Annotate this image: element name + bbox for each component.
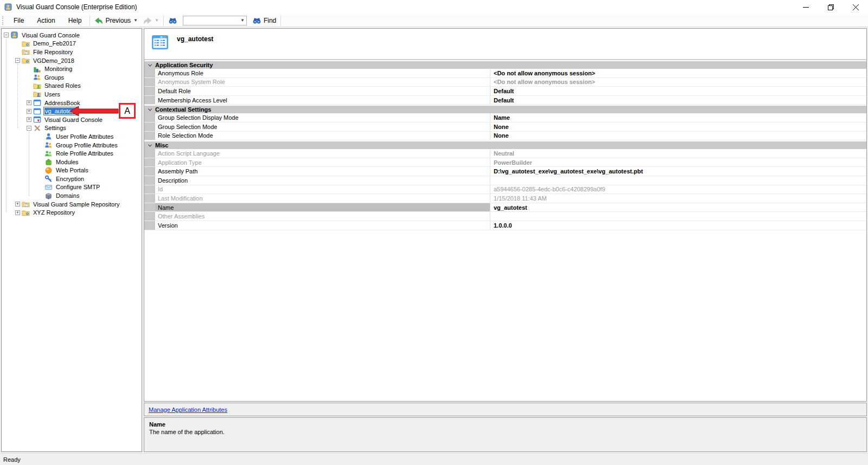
previous-dropdown-caret[interactable]: ▼	[133, 18, 138, 23]
property-value[interactable]: <Do not allow anonymous session>	[490, 78, 866, 87]
tree-item-web-portals[interactable]: Web Portals	[2, 166, 142, 175]
menu-help[interactable]: Help	[62, 15, 88, 26]
property-row-group-selection-display-mode[interactable]: Group Selection Display ModeName	[144, 113, 866, 122]
property-value[interactable]: <Do not allow anonymous session>	[490, 69, 866, 78]
tree-expander-minus-icon[interactable]: −	[15, 58, 20, 63]
property-value[interactable]: a5944656-0285-4edc-b0c6-c4208299a0f9	[490, 185, 866, 194]
property-description-text: The name of the application.	[149, 429, 861, 435]
search-combobox[interactable]: ▼	[183, 16, 247, 25]
role-profile-icon	[44, 150, 53, 158]
application-detail-box: vg_autotest Application SecurityAnonymou…	[144, 28, 867, 402]
property-value[interactable]	[490, 212, 866, 221]
toolbar-grip[interactable]	[2, 16, 4, 25]
detail-header: vg_autotest	[144, 29, 866, 60]
navigation-tree[interactable]: −Visual Guard ConsoleDemo_Feb2017File Re…	[1, 28, 142, 452]
property-value[interactable]: None	[490, 132, 866, 140]
close-button[interactable]	[843, 0, 868, 14]
tree-item-shared-roles[interactable]: Shared Roles	[2, 82, 142, 91]
tree-expander-plus-icon[interactable]: +	[27, 100, 31, 105]
section-title: Contextual Settings	[155, 106, 211, 113]
collapse-chevron-icon[interactable]	[144, 64, 155, 67]
property-label: Assembly Path	[155, 167, 490, 176]
row-gutter	[144, 203, 155, 212]
tree-item-group-profile-attributes[interactable]: Group Profile Attributes	[2, 141, 142, 150]
property-row-group-selection-mode[interactable]: Group Selection ModeNone	[144, 122, 866, 132]
manage-application-attributes-link[interactable]: Manage Application Attributes	[149, 406, 227, 413]
tree-item-vg-autotest-editing[interactable]: +vg_autotestA	[2, 107, 142, 115]
property-value[interactable]: Name	[490, 113, 866, 122]
tree-item-visual-guard-sample-repository[interactable]: +Visual Guard Sample Repository	[2, 200, 142, 209]
tree-item-role-profile-attributes[interactable]: Role Profile Attributes	[2, 149, 142, 158]
tree-item-xyz-repository[interactable]: +XYZ Repository	[2, 208, 142, 217]
section-header-application-security[interactable]: Application Security	[144, 60, 866, 69]
collapse-chevron-icon[interactable]	[144, 144, 155, 147]
tree-item-domains[interactable]: Domains	[2, 191, 142, 200]
tree-expander-minus-icon[interactable]: −	[27, 126, 31, 131]
search-icon-button[interactable]	[165, 15, 180, 26]
tree-expander-plus-icon[interactable]: +	[27, 117, 31, 122]
property-row-application-type[interactable]: Application TypePowerBuilder	[144, 158, 866, 167]
tree-item-user-profile-attributes[interactable]: User Profile Attributes	[2, 132, 142, 141]
property-row-anonymous-role[interactable]: Anonymous Role<Do not allow anonymous se…	[144, 69, 866, 78]
window-controls	[793, 0, 868, 14]
previous-button[interactable]: Previous ▼	[92, 15, 141, 26]
tree-item-file-repository[interactable]: File Repository	[2, 48, 142, 56]
close-icon	[853, 4, 859, 10]
tree-item-demo-feb2017[interactable]: Demo_Feb2017	[2, 40, 142, 48]
tree-item-vgdemo-2018[interactable]: −VGDemo_2018	[2, 56, 142, 65]
menubar-toolbar: File Action Help Previous ▼ ▼ ▼ Find	[0, 14, 868, 27]
tree-expander-minus-icon[interactable]: −	[4, 33, 9, 37]
property-row-description[interactable]: Description	[144, 176, 866, 185]
row-gutter	[144, 78, 155, 87]
property-value[interactable]: 1/15/2018 11:43 AM	[490, 194, 866, 203]
property-value[interactable]	[490, 176, 866, 185]
tree-item-configure-smtp[interactable]: Configure SMTP	[2, 183, 142, 192]
property-value[interactable]: Default	[490, 96, 866, 105]
section-header-contextual-settings[interactable]: Contextual Settings	[144, 105, 866, 113]
menu-file[interactable]: File	[7, 15, 30, 26]
property-value[interactable]: Default	[490, 87, 866, 95]
property-row-last-modification[interactable]: Last Modification1/15/2018 11:43 AM	[144, 194, 866, 203]
property-value[interactable]: Neutral	[490, 149, 866, 158]
restore-button[interactable]	[818, 0, 843, 14]
toolbar-separator	[163, 16, 164, 25]
property-label: Group Selection Mode	[155, 122, 490, 131]
tree-item-encryption[interactable]: Encryption	[2, 175, 142, 183]
property-value[interactable]: PowerBuilder	[490, 158, 866, 167]
tree-item-visual-guard-console[interactable]: −Visual Guard Console	[2, 31, 142, 40]
property-value[interactable]: None	[490, 122, 866, 131]
menu-action[interactable]: Action	[30, 15, 61, 26]
forward-dropdown-caret[interactable]: ▼	[155, 18, 159, 23]
tree-item-users[interactable]: Users	[2, 90, 142, 99]
tree-item-monitoring[interactable]: Monitoring	[2, 64, 142, 73]
property-row-default-role[interactable]: Default RoleDefault	[144, 87, 866, 96]
tree-expander-plus-icon[interactable]: +	[15, 202, 20, 206]
property-row-anonymous-system-role[interactable]: Anonymous System Role<Do not allow anony…	[144, 78, 866, 87]
property-row-other-assemblies[interactable]: Other Assemblies	[144, 212, 866, 221]
property-row-role-selection-mode[interactable]: Role Selection ModeNone	[144, 132, 866, 141]
search-combobox-caret[interactable]: ▼	[240, 18, 245, 23]
property-row-assembly-path[interactable]: Assembly PathD:\vg_autotest_exe\vg_autot…	[144, 167, 866, 176]
find-button[interactable]: Find	[250, 15, 279, 26]
tree-item-settings[interactable]: −Settings	[2, 124, 142, 133]
settings-tools-icon	[33, 124, 41, 132]
property-value[interactable]: vg_autotest	[490, 203, 866, 212]
minimize-button[interactable]	[793, 0, 818, 14]
folder-gear-icon	[22, 56, 30, 64]
property-row-version[interactable]: Version1.0.0.0	[144, 221, 866, 230]
tree-expander-plus-icon[interactable]: +	[27, 109, 31, 114]
row-gutter	[144, 185, 155, 194]
tree-item-groups[interactable]: Groups	[2, 73, 142, 82]
property-row-membership-access-level[interactable]: Membership Access LevelDefault	[144, 96, 866, 105]
tree-expander-plus-icon[interactable]: +	[15, 210, 20, 215]
property-row-id[interactable]: Ida5944656-0285-4edc-b0c6-c4208299a0f9	[144, 185, 866, 195]
section-header-misc[interactable]: Misc	[144, 140, 866, 149]
tree-item-modules[interactable]: Modules	[2, 158, 142, 166]
collapse-chevron-icon[interactable]	[144, 108, 155, 111]
property-value[interactable]: D:\vg_autotest_exe\vg_autotest_exe\vg_au…	[490, 167, 866, 176]
property-row-action-script-language[interactable]: Action Script LanguageNeutral	[144, 149, 866, 158]
row-gutter	[144, 122, 155, 131]
forward-button[interactable]: ▼	[141, 15, 162, 26]
property-row-name[interactable]: Namevg_autotest	[144, 203, 866, 212]
property-value[interactable]: 1.0.0.0	[490, 221, 866, 230]
